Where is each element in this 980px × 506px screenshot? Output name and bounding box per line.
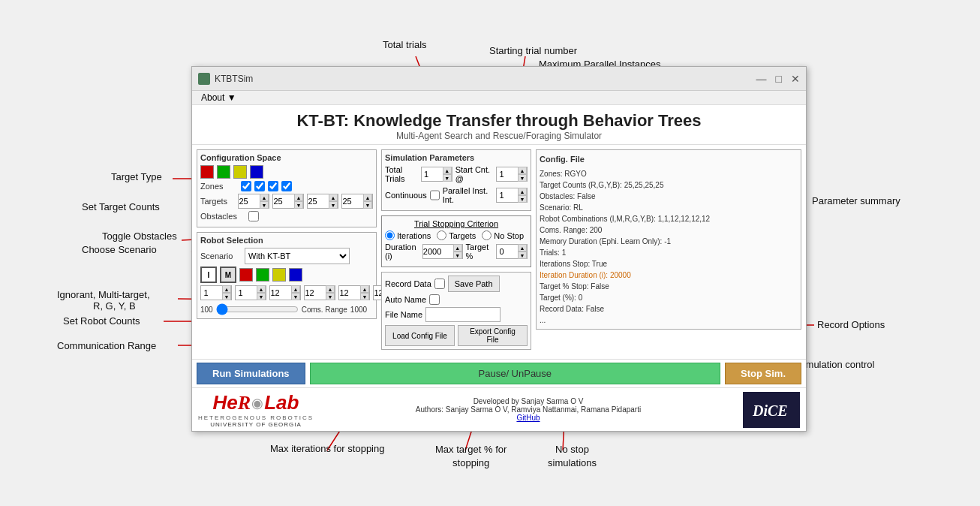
robot-m-spinner[interactable]: ▲▼ xyxy=(235,285,266,300)
start-cnt-up[interactable]: ▲ xyxy=(518,167,527,174)
parallel-down[interactable]: ▼ xyxy=(518,195,527,203)
robot-g-down[interactable]: ▼ xyxy=(326,293,335,300)
target-y-up[interactable]: ▲ xyxy=(329,194,338,201)
load-config-button[interactable]: Load Config File xyxy=(385,325,455,346)
robot-i-spinner[interactable]: ▲▼ xyxy=(200,285,232,300)
target-y-spinner[interactable]: ▲▼ xyxy=(307,194,338,209)
robot-y-down[interactable]: ▼ xyxy=(360,293,369,300)
robot-r-down[interactable]: ▼ xyxy=(291,293,300,300)
robot-m-down[interactable]: ▼ xyxy=(257,293,266,300)
target-g-input[interactable] xyxy=(273,194,294,208)
target-pct-up[interactable]: ▲ xyxy=(518,244,527,251)
target-pct-down[interactable]: ▼ xyxy=(518,251,527,259)
target-y-input[interactable] xyxy=(308,194,329,208)
robot-red-btn[interactable] xyxy=(239,268,253,282)
target-type-row xyxy=(200,165,373,179)
target-pct-spinner[interactable]: ▲▼ xyxy=(496,244,528,259)
maximize-button[interactable]: □ xyxy=(776,73,782,85)
run-simulations-button[interactable]: Run Simulations xyxy=(197,363,305,384)
target-r-spinner[interactable]: ▲▼ xyxy=(238,194,269,209)
robot-i-down[interactable]: ▼ xyxy=(222,293,231,300)
obstacles-check[interactable] xyxy=(248,211,259,221)
robot-i-up[interactable]: ▲ xyxy=(222,285,231,293)
pause-unpause-button[interactable]: Pause/ UnPause xyxy=(310,363,720,384)
robot-ignorant-btn[interactable]: I xyxy=(200,267,217,283)
annotation-max-iterations: Max iterations for stopping xyxy=(270,443,384,454)
robot-g-input[interactable] xyxy=(305,286,326,300)
iterations-radio[interactable] xyxy=(385,230,395,240)
github-link[interactable]: GitHub xyxy=(516,414,540,422)
start-cnt-input[interactable] xyxy=(497,167,518,181)
file-name-input[interactable] xyxy=(425,307,501,322)
total-trials-down[interactable]: ▼ xyxy=(443,174,452,182)
stop-sim-button[interactable]: Stop Sim. xyxy=(725,363,801,384)
coms-range-slider[interactable] xyxy=(216,303,299,315)
robot-m-up[interactable]: ▲ xyxy=(257,285,266,293)
targets-radio[interactable] xyxy=(437,230,446,240)
auto-name-check[interactable] xyxy=(429,294,440,305)
robot-g-up[interactable]: ▲ xyxy=(326,285,335,293)
robot-r-input[interactable] xyxy=(270,286,291,300)
robot-yellow-btn[interactable] xyxy=(272,268,286,282)
zones-check-r[interactable] xyxy=(241,181,251,191)
target-b-spinner[interactable]: ▲▼ xyxy=(341,194,373,209)
target-g-spinner[interactable]: ▲▼ xyxy=(272,194,304,209)
target-y-down[interactable]: ▼ xyxy=(329,201,338,209)
continuous-check[interactable] xyxy=(430,190,440,200)
target-red[interactable] xyxy=(200,165,214,179)
parallel-input[interactable] xyxy=(497,188,518,202)
robot-y-up[interactable]: ▲ xyxy=(360,285,369,293)
total-trials-spinner[interactable]: ▲▼ xyxy=(421,167,452,182)
robot-m-input[interactable] xyxy=(236,286,257,300)
start-cnt-down[interactable]: ▼ xyxy=(518,174,527,182)
config-space-section: Configuration Space Zones xyxy=(197,149,377,227)
robot-blue-btn[interactable] xyxy=(289,268,302,282)
about-menu[interactable]: About ▼ xyxy=(198,91,239,104)
target-blue[interactable] xyxy=(250,165,263,179)
main-content: Configuration Space Zones xyxy=(192,145,806,359)
no-stop-radio-label[interactable]: No Stop xyxy=(482,230,524,240)
minimize-button[interactable]: — xyxy=(756,73,767,85)
zones-check-y[interactable] xyxy=(268,181,278,191)
targets-radio-label[interactable]: Targets xyxy=(437,230,476,240)
robot-green-btn[interactable] xyxy=(256,268,269,282)
iterations-radio-label[interactable]: Iterations xyxy=(385,230,431,240)
robot-r-up[interactable]: ▲ xyxy=(291,285,300,293)
target-r-input[interactable] xyxy=(239,194,260,208)
obstacles-line: Obstacles: False xyxy=(540,191,798,202)
target-yellow[interactable] xyxy=(233,165,247,179)
robot-r-spinner[interactable]: ▲▼ xyxy=(269,285,301,300)
total-trials-up[interactable]: ▲ xyxy=(443,167,452,174)
target-green[interactable] xyxy=(217,165,230,179)
zones-check-b[interactable] xyxy=(281,181,292,191)
ro-text: R xyxy=(238,392,251,414)
target-b-down[interactable]: ▼ xyxy=(363,201,372,209)
no-stop-radio[interactable] xyxy=(482,230,492,240)
duration-down[interactable]: ▼ xyxy=(453,251,462,259)
target-r-down[interactable]: ▼ xyxy=(260,201,269,209)
target-pct-input[interactable] xyxy=(497,245,518,258)
robot-y-input[interactable] xyxy=(339,286,360,300)
robot-i-input[interactable] xyxy=(201,286,222,300)
start-cnt-spinner[interactable]: ▲▼ xyxy=(496,167,528,182)
export-config-button[interactable]: Export Config File xyxy=(458,325,528,346)
scenario-select[interactable]: With KT-BT Without KT-BT xyxy=(245,248,350,264)
robot-y-spinner[interactable]: ▲▼ xyxy=(338,285,370,300)
parallel-up[interactable]: ▲ xyxy=(518,188,527,195)
save-path-button[interactable]: Save Path xyxy=(448,276,500,292)
total-trials-input[interactable] xyxy=(422,167,443,181)
robot-multi-btn[interactable]: M xyxy=(220,267,236,283)
target-b-up[interactable]: ▲ xyxy=(363,194,372,201)
parallel-spinner[interactable]: ▲▼ xyxy=(496,188,528,203)
target-g-down[interactable]: ▼ xyxy=(294,201,303,209)
close-button[interactable]: ✕ xyxy=(791,73,800,85)
duration-spinner[interactable]: ▲▼ xyxy=(422,244,463,259)
robot-g-spinner[interactable]: ▲▼ xyxy=(304,285,335,300)
target-g-up[interactable]: ▲ xyxy=(294,194,303,201)
target-r-up[interactable]: ▲ xyxy=(260,194,269,201)
duration-up[interactable]: ▲ xyxy=(453,244,462,251)
duration-input[interactable] xyxy=(423,245,453,258)
zones-check-g[interactable] xyxy=(254,181,265,191)
record-data-check[interactable] xyxy=(434,279,445,289)
target-b-input[interactable] xyxy=(342,194,363,208)
